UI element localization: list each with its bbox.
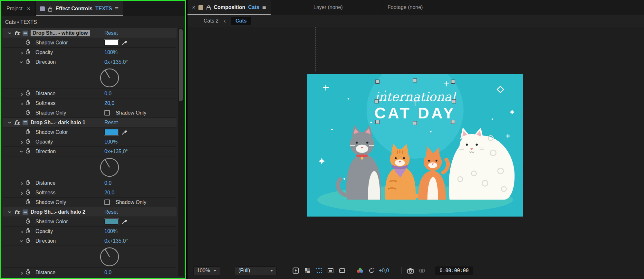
tab-composition-target: Cats (248, 5, 259, 10)
chevron-down-icon[interactable]: › (7, 119, 14, 126)
stopwatch-icon[interactable] (26, 239, 30, 243)
eyedropper-icon[interactable] (121, 129, 128, 135)
chevron-down-icon[interactable]: › (7, 208, 14, 216)
reset-link[interactable]: Reset (104, 120, 118, 126)
direction-value[interactable]: 0x+135,0° (104, 59, 128, 65)
effect-name[interactable]: Drop Sh... - white glow (31, 30, 90, 36)
scrollbar-thumb[interactable] (179, 29, 183, 101)
breadcrumb-back-icon[interactable]: ‹ (224, 17, 226, 24)
lock-icon[interactable] (48, 6, 53, 12)
stopwatch-icon[interactable] (26, 270, 30, 274)
direction-row: › Direction 0x+135,0° (3, 236, 177, 246)
stopwatch-icon[interactable] (26, 50, 30, 54)
shadow-only-checkbox[interactable] (104, 200, 110, 205)
chevron-right-icon[interactable]: › (18, 90, 26, 97)
stopwatch-icon[interactable] (26, 111, 30, 115)
reset-link[interactable]: Reset (104, 209, 118, 215)
stopwatch-icon[interactable] (26, 229, 30, 233)
direction-dial[interactable] (99, 67, 120, 88)
stopwatch-icon[interactable] (26, 219, 30, 224)
color-swatch[interactable] (104, 129, 119, 135)
composition-viewer[interactable]: international CAT DAY 100% (187, 27, 644, 279)
pixel-aspect-correction-icon[interactable] (338, 266, 346, 275)
opacity-value[interactable]: 100% (104, 139, 118, 145)
magnification-dropdown[interactable]: 100% (193, 266, 220, 275)
transparency-grid-icon[interactable] (303, 266, 312, 275)
tab-composition[interactable]: × Composition Cats ≡ (187, 0, 271, 15)
stopwatch-icon[interactable] (26, 149, 30, 153)
color-swatch[interactable] (104, 40, 119, 46)
direction-dial[interactable] (99, 246, 120, 267)
stopwatch-icon[interactable] (26, 101, 30, 105)
chevron-down-icon[interactable]: › (19, 148, 25, 155)
chevron-down-icon[interactable]: › (19, 58, 25, 66)
reset-exposure-icon[interactable] (367, 266, 376, 275)
lock-icon[interactable] (206, 5, 211, 10)
breadcrumb-parent[interactable]: Cats 2 (204, 18, 218, 24)
exposure-offset-value[interactable]: +0,0 (379, 268, 389, 274)
stopwatch-icon[interactable] (26, 60, 30, 64)
tab-footage[interactable]: Footage (none) (382, 0, 428, 15)
tab-layer[interactable]: Layer (none) (308, 0, 348, 15)
eyedropper-icon[interactable] (121, 40, 128, 46)
chevron-right-icon[interactable]: › (18, 100, 26, 107)
fast-preview-icon[interactable] (292, 266, 300, 275)
panel-menu-icon[interactable]: ≡ (262, 4, 266, 11)
chevron-right-icon[interactable]: › (18, 139, 26, 145)
region-of-interest-icon[interactable] (315, 266, 323, 275)
distance-row: › Distance 0,0 (3, 89, 177, 98)
reset-link[interactable]: Reset (104, 30, 118, 36)
snapshot-camera-icon[interactable] (406, 266, 415, 275)
stopwatch-icon[interactable] (26, 130, 30, 134)
chevron-right-icon[interactable]: › (18, 228, 26, 235)
timecode-field[interactable]: 0:00:00:00 (435, 266, 473, 275)
channel-settings-icon[interactable] (356, 266, 364, 275)
fx-badge-icon: fx (14, 119, 23, 126)
chevron-down-icon[interactable]: › (7, 29, 14, 37)
stopwatch-icon[interactable] (26, 41, 30, 45)
softness-value[interactable]: 20,0 (104, 100, 114, 106)
shadow-only-checkbox[interactable] (104, 110, 110, 116)
distance-row-partial: › Distance 0,0 (3, 268, 177, 277)
composition-canvas[interactable]: international CAT DAY (307, 74, 523, 217)
effect-header-dark-halo-1[interactable]: › fx Drop Sh...- dark halo 1 Reset (3, 118, 177, 127)
property-label: Direction (35, 59, 56, 65)
direction-value[interactable]: 0x+135,0° (104, 149, 128, 154)
close-icon[interactable]: × (27, 6, 31, 12)
resolution-dropdown[interactable]: (Full) (235, 266, 277, 275)
effect-header-dark-halo-2[interactable]: › fx Drop Sh...- dark halo 2 Reset (3, 207, 177, 217)
eyedropper-icon[interactable] (121, 219, 128, 225)
opacity-value[interactable]: 100% (104, 228, 118, 234)
distance-value[interactable]: 0,0 (104, 180, 111, 186)
chevron-right-icon[interactable]: › (18, 269, 26, 276)
stopwatch-icon[interactable] (26, 191, 30, 195)
stopwatch-icon[interactable] (26, 181, 30, 185)
stopwatch-icon[interactable] (26, 91, 30, 96)
tab-project[interactable]: Project × (1, 1, 36, 16)
breadcrumb-current[interactable]: Cats (231, 17, 251, 25)
close-icon[interactable]: × (192, 5, 196, 10)
chevron-down-icon[interactable]: › (19, 237, 25, 245)
effect-header-white-glow[interactable]: › fx Drop Sh... - white glow Reset (3, 28, 177, 38)
direction-dial[interactable] (99, 157, 120, 178)
panel-menu-icon[interactable]: ≡ (115, 5, 119, 12)
stopwatch-icon[interactable] (26, 200, 30, 204)
effect-name[interactable]: Drop Sh...- dark halo 1 (31, 120, 85, 126)
softness-value[interactable]: 20,0 (104, 190, 114, 196)
show-snapshot-icon[interactable] (418, 266, 426, 275)
chevron-right-icon[interactable]: › (18, 49, 26, 56)
property-label: Opacity (35, 50, 53, 55)
chevron-right-icon[interactable]: › (18, 180, 26, 186)
effect-name[interactable]: Drop Sh...- dark halo 2 (31, 209, 85, 215)
mask-visibility-icon[interactable] (326, 266, 335, 275)
distance-value[interactable]: 0,0 (104, 270, 111, 275)
color-swatch[interactable] (104, 219, 119, 225)
direction-value[interactable]: 0x+135,0° (104, 238, 128, 244)
stopwatch-icon[interactable] (26, 140, 30, 144)
distance-value[interactable]: 0,0 (104, 91, 111, 97)
chevron-right-icon[interactable]: › (18, 190, 26, 196)
scrollbar-track[interactable] (178, 28, 184, 276)
breadcrumb-label: Cats • TEXTS (5, 19, 37, 25)
opacity-value[interactable]: 100% (104, 50, 118, 55)
tab-effect-controls[interactable]: Effect Controls TEXTS ≡ (36, 1, 123, 16)
